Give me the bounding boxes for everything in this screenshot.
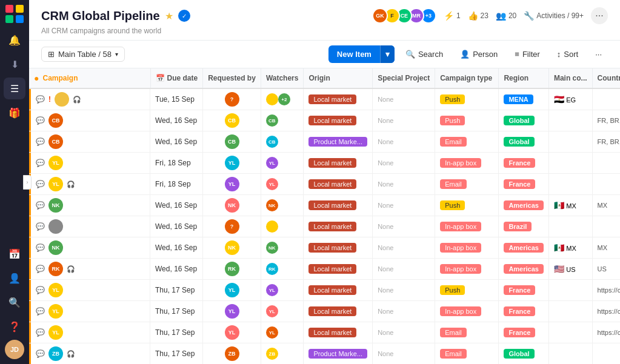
campaign-color-icon: ● <box>34 73 39 83</box>
row-country-info <box>592 343 620 365</box>
row-main-co: 🇲🇽 MX <box>548 195 592 216</box>
person-icon: 👤 <box>460 50 470 59</box>
row-campaign-type: In-app box <box>435 259 499 280</box>
watcher-avatar <box>266 220 278 233</box>
row-due-date: Wed, 16 Sep <box>150 195 203 216</box>
row-campaign-type: Push <box>435 110 499 131</box>
requested-by-avatar: NK <box>225 198 239 213</box>
sidebar-collapse-button[interactable]: › <box>23 175 32 190</box>
new-item-button[interactable]: New Item ▾ <box>328 45 395 63</box>
watcher-avatar: NK <box>266 199 278 211</box>
activity-stat: 👍 23 <box>468 11 488 21</box>
row-comment-icon[interactable]: 💬 <box>36 95 45 104</box>
new-item-label[interactable]: New Item <box>328 45 380 63</box>
new-item-arrow[interactable]: ▾ <box>380 45 395 63</box>
watcher-avatar: YL <box>266 326 278 339</box>
row-region: France <box>499 322 549 343</box>
filter-button[interactable]: ≡ Filter <box>508 46 545 62</box>
person-button[interactable]: 👤 Person <box>454 46 504 62</box>
row-due-date: Wed, 16 Sep <box>150 216 203 237</box>
col-header-origin: Origin <box>304 68 373 88</box>
row-avatar <box>48 219 63 234</box>
row-requested-by: YL <box>203 322 261 343</box>
row-main-co <box>548 131 592 153</box>
row-comment-icon[interactable]: 💬 <box>36 307 45 316</box>
table-row: 💬 RK 🎧 Wed, 16 SepRK RKLocal marketNoneI… <box>29 259 620 280</box>
row-comment-icon[interactable]: 💬 <box>36 222 45 231</box>
row-main-co: 🇲🇽 MX <box>548 237 592 259</box>
row-comment-icon[interactable]: 💬 <box>36 349 45 358</box>
row-comment-icon[interactable]: 💬 <box>36 159 45 167</box>
requested-by-avatar: ZB <box>225 346 239 361</box>
sidebar-item-help[interactable]: ❓ <box>4 316 25 337</box>
more-options-button[interactable]: ··· <box>589 46 608 62</box>
sidebar-item-calendar[interactable]: 📅 <box>4 243 25 265</box>
row-audio-icon: 🎧 <box>73 96 81 104</box>
activities-icon: 🔧 <box>524 11 534 21</box>
row-comment-icon[interactable]: 💬 <box>36 328 45 337</box>
sidebar-item-inbox[interactable]: ⬇ <box>4 53 25 75</box>
row-country-info: US <box>592 259 620 280</box>
row-region: Americas <box>499 259 549 280</box>
row-requested-by: YL <box>203 280 261 301</box>
row-avatar: CB <box>48 113 63 128</box>
row-region: MENA <box>499 88 549 110</box>
row-region: Brazil <box>499 216 549 237</box>
row-region: Global <box>499 343 549 365</box>
watcher-avatar: CB <box>266 136 278 148</box>
row-comment-icon[interactable]: 💬 <box>36 137 45 146</box>
row-comment-icon[interactable]: 💬 <box>36 286 45 294</box>
row-campaign-type: In-app box <box>435 216 499 237</box>
row-watchers: YL <box>261 322 304 343</box>
chevron-down-icon: ▾ <box>115 51 118 58</box>
sidebar-item-table[interactable]: ☰ <box>4 78 25 99</box>
row-region: Americas <box>499 237 549 259</box>
sidebar-item-people[interactable]: 👤 <box>4 267 25 289</box>
svg-rect-0 <box>5 5 13 13</box>
row-origin: Local market <box>304 195 373 216</box>
collaborator-avatar-1: GK <box>372 8 388 24</box>
row-main-co <box>548 322 592 343</box>
row-origin: Local market <box>304 237 373 259</box>
row-origin: Product Marke... <box>304 343 373 365</box>
sidebar-item-gift[interactable]: 🎁 <box>4 102 25 124</box>
row-country-info <box>592 153 620 174</box>
row-comment-icon[interactable]: 💬 <box>36 180 45 188</box>
header-more-button[interactable]: ··· <box>591 7 608 24</box>
requested-by-avatar: ? <box>225 219 239 234</box>
sidebar-item-search[interactable]: 🔍 <box>4 291 25 313</box>
row-main-co <box>548 343 592 365</box>
row-due-date: Wed, 16 Sep <box>150 131 203 153</box>
table-icon: ⊞ <box>48 50 55 59</box>
requested-by-avatar: ? <box>225 92 239 107</box>
sidebar-item-notifications[interactable]: 🔔 <box>4 29 25 51</box>
sort-button[interactable]: ↕ Sort <box>551 46 584 62</box>
row-special-project: None <box>373 322 435 343</box>
row-comment-icon[interactable]: 💬 <box>36 243 45 252</box>
requested-by-avatar: CB <box>225 113 239 128</box>
col-header-country-info: Country info <box>592 68 620 88</box>
favorite-icon[interactable]: ★ <box>165 10 173 22</box>
row-comment-icon[interactable]: 💬 <box>36 265 45 273</box>
row-requested-by: ? <box>203 216 261 237</box>
table-selector[interactable]: ⊞ Main Table / 58 ▾ <box>41 47 125 62</box>
row-region: France <box>499 153 549 174</box>
row-special-project: None <box>373 301 435 322</box>
row-region: Americas <box>499 195 549 216</box>
row-special-project: None <box>373 88 435 110</box>
row-origin: Local market <box>304 301 373 322</box>
search-button[interactable]: 🔍 Search <box>399 46 449 62</box>
activities-stat: 🔧 Activities / 99+ <box>524 11 584 21</box>
table-row: 💬 YL Thu, 17 SepYL YLLocal marketNoneIn-… <box>29 301 620 322</box>
user-avatar[interactable]: JD <box>5 340 24 359</box>
country-flag: 🇲🇽 <box>554 200 564 210</box>
table-row: 💬 ZB 🎧 Thu, 17 SepZB ZBProduct Marke...N… <box>29 343 620 365</box>
row-comment-icon[interactable]: 💬 <box>36 116 45 125</box>
automations-stat: ⚡ 1 <box>444 11 461 21</box>
row-origin: Local market <box>304 280 373 301</box>
row-due-date: Thu, 17 Sep <box>150 322 203 343</box>
row-origin: Local market <box>304 153 373 174</box>
row-comment-icon[interactable]: 💬 <box>36 201 45 210</box>
row-origin: Product Marke... <box>304 131 373 153</box>
row-requested-by: NK <box>203 195 261 216</box>
